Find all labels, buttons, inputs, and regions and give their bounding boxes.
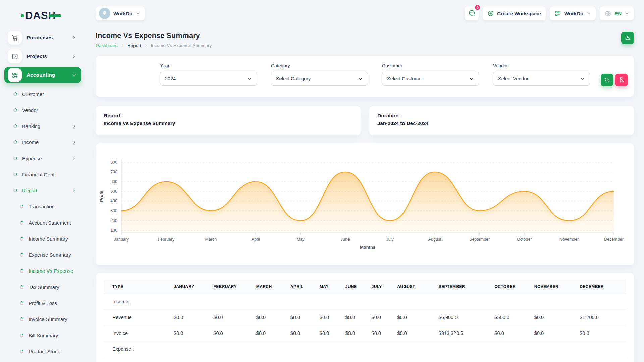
sidebar-item-banking[interactable]: Banking [4, 118, 81, 134]
download-icon [625, 35, 631, 42]
sidebar-item-vendor[interactable]: Vendor [4, 102, 81, 118]
svg-text:June: June [341, 237, 350, 242]
svg-text:700: 700 [110, 170, 117, 174]
sidebar-item-expense-summary[interactable]: Expense Summary [4, 247, 81, 263]
column-header-may: MAY [316, 280, 342, 294]
sidebar-item-expense[interactable]: Expense [4, 150, 81, 166]
vendor-select-value: Select Vendor [498, 76, 528, 81]
messages-button[interactable]: 0 [465, 6, 479, 20]
bullet-ring-icon [20, 205, 23, 208]
chevron-right-icon [72, 35, 76, 40]
table-card: TYPEJANUARYFEBRUARYMARCHAPRILMAYJUNEJULY… [96, 273, 634, 362]
breadcrumb-separator-icon [121, 44, 124, 47]
sidebar-item-transaction[interactable]: Transaction [4, 198, 81, 215]
chat-bubble-icon [468, 9, 475, 18]
sidebar-item-product-stock[interactable]: Product Stock [4, 343, 81, 359]
download-button[interactable] [621, 32, 634, 44]
svg-text:800: 800 [110, 160, 117, 165]
sidebar-item-purchases[interactable]: Purchases [4, 29, 81, 46]
sidebar-item-label: Account Statement [29, 220, 81, 226]
sidebar-item-label: Income [22, 139, 72, 145]
sidebar-item-label: Product Stock [29, 349, 81, 354]
vendor-select[interactable]: Select Vendor [493, 72, 590, 86]
building-icon [102, 10, 108, 17]
sidebar-item-label: Profit & Loss [29, 300, 81, 306]
column-header-september: SEPTEMBER [435, 280, 491, 294]
duration-card-value: Jan-2024 to Dec-2024 [377, 120, 626, 126]
sidebar-nav: PurchasesProjectsAccountingCustomerVendo… [0, 29, 86, 362]
svg-text:Months: Months [360, 245, 375, 250]
app-logo[interactable]: DASH [21, 8, 86, 23]
sidebar-item-label: Expense [22, 156, 72, 161]
bullet-ring-icon [13, 173, 17, 176]
sidebar-item-label: Purchases [26, 35, 72, 41]
report-card-label: Report : [104, 113, 353, 119]
column-header-april: APRIL [287, 280, 316, 294]
workspace-switcher[interactable]: WorkDo [96, 6, 145, 20]
chevron-down-icon [358, 76, 363, 81]
sidebar-item-income[interactable]: Income [4, 134, 81, 150]
svg-text:May: May [297, 237, 305, 242]
category-select[interactable]: Select Category [271, 72, 368, 86]
bullet-ring-icon [20, 301, 23, 305]
chart-card: 100200300400500600700800JanuaryFebruaryM… [96, 143, 634, 265]
sidebar-item-income-summary[interactable]: Income Summary [4, 231, 81, 247]
svg-text:January: January [114, 237, 129, 242]
create-workspace-button[interactable]: Create Workspace [483, 6, 546, 20]
sidebar-item-projects[interactable]: Projects [4, 48, 81, 64]
cart-icon [8, 31, 22, 45]
filter-field-year: Year2024 [160, 63, 257, 86]
sidebar-item-income-vs-expense[interactable]: Income Vs Expense [4, 263, 81, 279]
sidebar-item-cash-flow[interactable]: Cash Flow [4, 359, 81, 362]
sidebar-item-label: Projects [26, 53, 72, 59]
sidebar-item-accounting[interactable]: Accounting [4, 67, 81, 83]
check-square-icon [8, 49, 22, 63]
svg-text:100: 100 [110, 228, 117, 233]
column-header-december: DECEMBER [576, 280, 626, 294]
filter-label-category: Category [271, 63, 368, 68]
reset-filter-button[interactable] [615, 74, 628, 86]
year-select[interactable]: 2024 [160, 72, 257, 86]
chevron-right-icon [72, 140, 76, 144]
topbar: WorkDo 0 Create Workspace WorkDo [96, 0, 634, 23]
apply-filter-button[interactable] [601, 74, 613, 86]
sidebar-item-report[interactable]: Report [4, 182, 81, 198]
workdo-menu-button[interactable]: WorkDo [550, 6, 596, 20]
breadcrumb-dashboard[interactable]: Dashboard [96, 43, 118, 48]
filter-field-category: CategorySelect Category [271, 63, 368, 86]
breadcrumb-separator-icon [144, 44, 148, 47]
main-area: WorkDo 0 Create Workspace WorkDo [86, 0, 644, 362]
sidebar-item-profit-loss[interactable]: Profit & Loss [4, 295, 81, 311]
table-header-row: TYPEJANUARYFEBRUARYMARCHAPRILMAYJUNEJULY… [104, 280, 626, 294]
sidebar-item-customer[interactable]: Customer [4, 86, 81, 102]
sidebar-item-bill-summary[interactable]: Bill Summary [4, 327, 81, 343]
page-title: Income Vs Expense Summary [96, 32, 212, 40]
search-icon [604, 77, 610, 84]
sidebar-item-tax-summary[interactable]: Tax Summary [4, 279, 81, 295]
messages-badge: 0 [474, 4, 481, 11]
sidebar-item-label: Transaction [29, 204, 81, 209]
bullet-ring-icon [13, 189, 17, 192]
bullet-ring-icon [13, 124, 17, 128]
sidebar-item-label: Expense Summary [29, 252, 81, 258]
svg-text:April: April [252, 237, 260, 242]
table-section-row-expense: Expense : [104, 341, 626, 357]
report-card: Report : Income Vs Expense Summary [96, 106, 361, 135]
breadcrumb-report[interactable]: Report [127, 43, 141, 48]
sidebar: DASH PurchasesProjectsAccountingCustomer… [0, 0, 86, 362]
sidebar-item-invoice-summary[interactable]: Invoice Summary [4, 311, 81, 327]
chevron-right-icon [72, 188, 76, 193]
column-header-march: MARCH [253, 280, 287, 294]
workdo-menu-label: WorkDo [564, 11, 583, 16]
chevron-down-icon [136, 11, 140, 16]
sidebar-item-financial-goal[interactable]: Financial Goal [4, 166, 81, 182]
language-selector[interactable]: EN [600, 6, 634, 20]
svg-text:November: November [559, 237, 579, 242]
customer-select[interactable]: Select Customer [382, 72, 479, 86]
breadcrumb: DashboardReportIncome Vs Expense Summary [96, 43, 212, 48]
sidebar-item-account-statement[interactable]: Account Statement [4, 215, 81, 231]
filter-actions [601, 74, 628, 86]
bullet-ring-icon [20, 221, 23, 225]
svg-text:February: February [158, 237, 175, 242]
chevron-down-icon [72, 73, 76, 77]
